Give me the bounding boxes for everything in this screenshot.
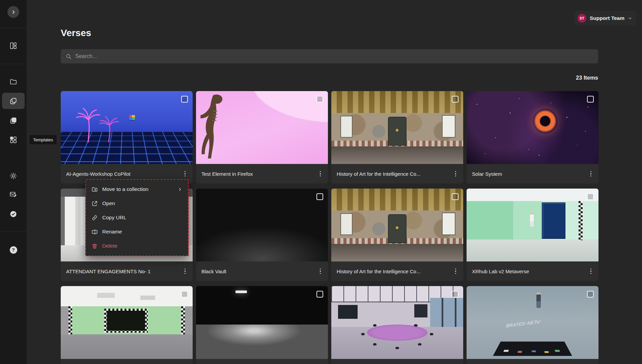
verse-title: AI-Agents-Workshop CoPilot — [66, 171, 131, 177]
kebab-menu-icon[interactable] — [183, 169, 188, 179]
kebab-menu-icon[interactable] — [318, 267, 323, 276]
window-graphic — [442, 213, 455, 235]
select-checkbox[interactable] — [587, 291, 594, 298]
help-icon: ? — [10, 246, 17, 254]
verse-thumbnail — [61, 286, 193, 359]
sidebar-item-verses[interactable] — [2, 93, 25, 109]
check-circle-icon — [9, 210, 17, 218]
sidebar-item-folders[interactable] — [2, 74, 25, 90]
page-title: Verses — [61, 28, 91, 38]
dinosaur-skeleton-graphic — [197, 93, 234, 162]
search-input[interactable] — [75, 53, 593, 59]
menu-item-copy-url[interactable]: Copy URL — [86, 211, 188, 225]
sidebar-item-help[interactable]: ? — [2, 242, 25, 258]
verse-card[interactable]: Test Element in Firefox — [196, 91, 328, 184]
kebab-menu-icon[interactable] — [589, 267, 593, 276]
verse-thumbnail: BRATED-NETs! — [467, 286, 598, 359]
select-checkbox[interactable] — [452, 96, 458, 103]
user-name: Support Team — [590, 15, 624, 21]
menu-item-label: Move to a collection — [102, 186, 148, 192]
verse-card[interactable] — [61, 286, 193, 364]
door-graphic — [388, 117, 407, 146]
ceiling-lights-graphic — [61, 286, 193, 306]
sidebar-item-collections[interactable] — [2, 112, 25, 129]
dark-opening-graphic — [107, 311, 145, 330]
verse-title: ATTENDANT ENGAGEMENTS No- 1 — [66, 269, 150, 274]
window-graphic — [442, 115, 455, 138]
verse-card[interactable] — [331, 286, 463, 364]
fresco-ceiling-graphic — [331, 189, 463, 211]
verse-thumbnail — [196, 91, 328, 164]
verse-thumbnail — [196, 189, 328, 261]
kebab-menu-icon[interactable] — [318, 169, 323, 179]
menu-item-delete[interactable]: Delete — [86, 239, 188, 253]
menu-item-label: Delete — [102, 243, 117, 249]
collections-icon — [9, 117, 17, 124]
chairs-graphic — [331, 286, 463, 359]
verse-title: History of Art for the Intelligence Co..… — [337, 171, 420, 177]
floor-graphic — [467, 240, 598, 261]
tooltip-label: Templates — [33, 137, 53, 142]
verse-card[interactable]: Black Vault — [196, 189, 328, 281]
copilot-logo-graphic — [129, 115, 135, 120]
verse-card[interactable]: History of Art for the Intelligence Co..… — [331, 91, 463, 184]
kebab-menu-icon[interactable] — [453, 267, 458, 276]
link-icon — [91, 215, 98, 221]
verse-thumbnail — [331, 189, 463, 261]
search-bar — [61, 49, 598, 63]
verse-card[interactable]: Solar System — [467, 91, 598, 184]
sidebar-item-feedback[interactable] — [2, 186, 25, 202]
select-checkbox[interactable] — [181, 96, 188, 103]
menu-item-label: Rename — [102, 229, 122, 235]
select-checkbox[interactable] — [587, 96, 594, 103]
sidebar-item-dashboard[interactable] — [2, 37, 25, 54]
verse-card[interactable]: BRATED-NETs! — [467, 286, 598, 364]
sidebar-divider — [0, 64, 27, 64]
select-checkbox[interactable] — [316, 193, 323, 200]
verse-thumbnail — [196, 286, 328, 359]
menu-item-label: Open — [102, 200, 115, 206]
sidebar-item-settings[interactable] — [2, 168, 25, 184]
glass-door-graphic — [542, 202, 565, 239]
menu-item-move-to-collection[interactable]: Move to a collection — [86, 182, 188, 196]
avatar-figure-graphic — [530, 213, 534, 227]
avatar-figure-graphic — [536, 292, 541, 308]
lit-floor-graphic — [196, 325, 328, 359]
chevron-down-icon — [628, 16, 632, 21]
sidebar-expand-button[interactable] — [7, 6, 19, 18]
verse-card[interactable] — [196, 286, 328, 364]
open-external-icon — [91, 200, 98, 207]
move-to-collection-icon — [91, 186, 98, 193]
dashboard-icon — [9, 42, 17, 50]
sidebar-item-tasks[interactable] — [2, 206, 25, 222]
verse-card[interactable]: History of Art for the Intelligence Co..… — [331, 189, 463, 281]
rename-icon — [91, 229, 98, 235]
menu-item-open[interactable]: Open — [86, 196, 188, 211]
sidebar-divider — [0, 231, 27, 232]
verse-title: Test Element in Firefox — [201, 171, 253, 177]
chevron-right-icon — [10, 9, 17, 15]
kebab-menu-icon[interactable] — [589, 169, 593, 179]
verse-card[interactable]: XRhub Lab v2 Metaverse — [467, 189, 598, 281]
select-checkbox[interactable] — [316, 96, 323, 103]
message-edit-icon — [9, 191, 17, 198]
select-checkbox[interactable] — [181, 291, 188, 298]
kebab-menu-icon[interactable] — [183, 267, 188, 276]
avatar-initials: ST — [580, 16, 584, 20]
verse-thumbnail — [331, 286, 463, 359]
context-menu: Move to a collection Open Copy URL Renam… — [85, 179, 189, 256]
ceiling-graphic — [467, 189, 598, 201]
search-icon — [65, 53, 72, 60]
select-checkbox[interactable] — [452, 291, 458, 298]
user-menu-button[interactable]: ST Support Team — [575, 11, 636, 26]
kebab-menu-icon[interactable] — [453, 169, 458, 179]
select-checkbox[interactable] — [587, 193, 594, 200]
verse-thumbnail — [61, 91, 193, 164]
menu-item-rename[interactable]: Rename — [86, 225, 188, 239]
select-checkbox[interactable] — [316, 291, 323, 298]
sidebar-item-templates[interactable] — [2, 132, 25, 148]
select-checkbox[interactable] — [452, 193, 458, 200]
verse-card[interactable]: AI-Agents-Workshop CoPilot — [61, 91, 193, 184]
avatar: ST — [578, 14, 586, 23]
templates-tooltip: Templates — [29, 135, 57, 145]
